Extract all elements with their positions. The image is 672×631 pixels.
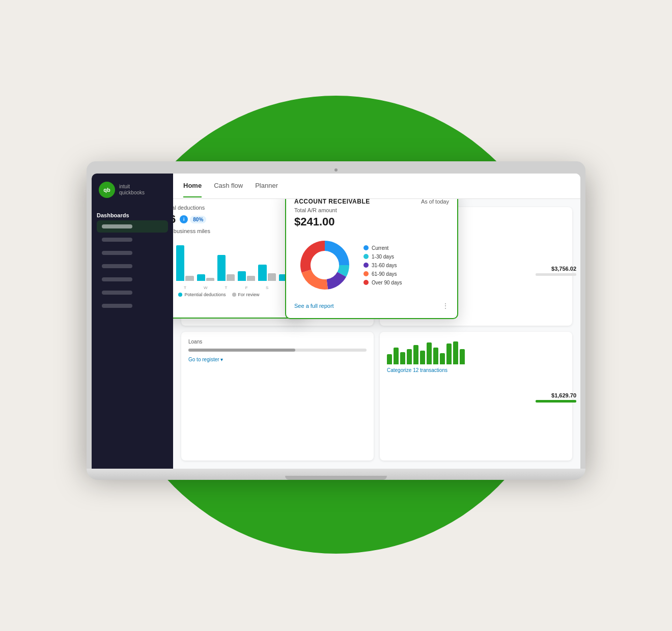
gray-bar-1: [185, 276, 193, 281]
logo-text: intuit quickbooks: [119, 184, 145, 196]
ar-legend-31-60: 31-60 days: [363, 263, 402, 268]
gray-bar-4: [247, 276, 255, 281]
loans-card: Loans Go to register ▾: [181, 332, 374, 461]
bar-group-1: [176, 245, 193, 281]
sidebar-nav: [92, 220, 173, 312]
bank-bar-9: [446, 343, 452, 364]
sidebar-item-bar-3: [102, 251, 132, 255]
ar-amount: $241.00: [294, 215, 449, 228]
x-label-5: S: [258, 285, 275, 290]
mileage-miles: 141.25 Total business miles: [173, 228, 296, 234]
tab-home[interactable]: Home: [183, 175, 202, 197]
bank-bar-8: [440, 353, 445, 364]
ar-dot-31-60: [363, 263, 369, 268]
info-icon: i: [180, 215, 188, 223]
app-layout: qb intuit quickbooks Dashboards: [92, 174, 580, 469]
product-name: quickbooks: [119, 190, 145, 196]
ar-legend-61-90: 61-90 days: [363, 271, 402, 277]
chart-legend: Potential deductions For review: [173, 292, 296, 297]
sidebar-item-bar-2: [102, 238, 132, 242]
ar-donut-chart: [294, 235, 355, 296]
loans-progress-bg: [188, 349, 367, 352]
teal-bar-2: [197, 274, 205, 281]
amount-bar-2: [536, 400, 576, 403]
camera-dot: [334, 168, 338, 171]
ar-dot-1-30: [363, 254, 369, 259]
bank-bar-6: [427, 342, 432, 364]
full-report-link[interactable]: See a full report: [294, 303, 334, 309]
ar-subtitle: Total A/R amount: [294, 207, 449, 213]
ar-card-header: ACCOUNT RECEIVABLE As of today: [294, 199, 449, 205]
bank-bar-0: [387, 354, 392, 364]
sidebar-section-label: Dashboards: [92, 208, 173, 220]
go-to-register-link[interactable]: Go to register ▾: [188, 357, 367, 362]
ar-body: Current 1-30 days 31-60 da: [294, 235, 449, 296]
mileage-amount: $74.86: [173, 213, 176, 226]
mileage-title: MILEAGE: [173, 199, 174, 200]
ar-title: ACCOUNT RECEIVABLE: [294, 199, 370, 205]
laptop-screen: qb intuit quickbooks Dashboards: [92, 174, 580, 469]
laptop-screen-outer: qb intuit quickbooks Dashboards: [87, 161, 585, 469]
ar-legend: Current 1-30 days 31-60 da: [363, 245, 402, 285]
tab-planner[interactable]: Planner: [255, 175, 278, 197]
ar-label-61-90: 61-90 days: [372, 271, 397, 277]
ar-card: ACCOUNT RECEIVABLE As of today Total A/R…: [285, 199, 458, 319]
tab-cash-flow[interactable]: Cash flow: [214, 175, 243, 197]
ar-label-current: Current: [372, 245, 388, 251]
x-label-3: T: [217, 285, 235, 290]
bar-group-3: [217, 255, 235, 281]
mileage-card-header: MILEAGE This week ▼: [173, 199, 296, 200]
legend-label-gray: For review: [238, 292, 260, 297]
bar-group-5: [258, 265, 275, 281]
amount-value-2: $1,629.70: [523, 392, 576, 398]
legend-item-gray: For review: [232, 292, 260, 297]
bank-bar-10: [453, 341, 458, 364]
bank-bar-7: [433, 348, 438, 364]
sidebar-item-bar-1: [102, 224, 132, 228]
bar-group-2: [197, 274, 214, 281]
bank-bar-3: [407, 349, 412, 364]
ar-legend-90plus: Over 90 days: [363, 280, 402, 285]
sidebar-item-bar-4: [102, 264, 132, 268]
laptop-frame: qb intuit quickbooks Dashboards: [87, 161, 585, 480]
ar-footer: See a full report ⋮: [294, 302, 449, 310]
ar-label-90plus: Over 90 days: [372, 280, 402, 285]
sidebar-item-4[interactable]: [97, 260, 168, 272]
sidebar: qb intuit quickbooks Dashboards: [92, 174, 173, 469]
sidebar-item-7[interactable]: [97, 300, 168, 312]
amount-item-1: $3,756.02: [523, 266, 576, 276]
logo-area: qb intuit quickbooks: [92, 182, 173, 208]
x-axis: MTWTFSS: [173, 285, 296, 290]
gray-bar-2: [206, 278, 214, 281]
bank-bar-1: [394, 348, 399, 364]
ar-period-label: As of today: [421, 199, 449, 205]
mileage-bar-chart: 60 40 20 0 MTWTFSS: [173, 239, 296, 290]
right-amounts-panel: $3,756.02 $1,629.70: [519, 199, 580, 469]
info-badge: i 80%: [180, 215, 206, 223]
bank-bar-2: [400, 352, 405, 364]
sidebar-item-2[interactable]: [97, 234, 168, 246]
bar-group-4: [238, 271, 255, 281]
donut-hole: [312, 252, 338, 278]
ar-more-menu[interactable]: ⋮: [442, 302, 449, 310]
sidebar-item-3[interactable]: [97, 247, 168, 259]
percent-badge: 80%: [190, 216, 206, 223]
sidebar-item-bar-6: [102, 291, 132, 295]
ar-legend-current: Current: [363, 245, 402, 251]
sidebar-item-6[interactable]: [97, 286, 168, 299]
teal-bar-1: [176, 245, 184, 281]
top-nav: Home Cash flow Planner: [173, 174, 580, 199]
quickbooks-logo-icon: qb: [99, 182, 115, 198]
x-label-2: W: [197, 285, 214, 290]
loans-progress-fill: [188, 349, 295, 352]
bank-bar-4: [413, 345, 418, 364]
sidebar-item-5[interactable]: [97, 273, 168, 285]
sidebar-item-1[interactable]: [97, 220, 168, 233]
mileage-footer: Review trips ⋮: [173, 301, 296, 309]
ar-dot-current: [363, 245, 369, 250]
legend-dot-gray: [232, 293, 236, 297]
main-content: Home Cash flow Planner Tasks SHO: [173, 174, 580, 469]
legend-item-teal: Potential deductions: [178, 292, 226, 297]
gray-bar-3: [227, 274, 235, 281]
chart-bars: [173, 240, 296, 281]
